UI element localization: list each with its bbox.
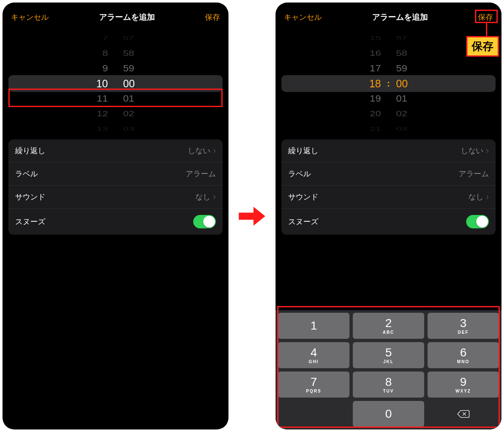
page-title: アラームを追加 bbox=[99, 12, 155, 23]
digit: 7 bbox=[310, 376, 317, 388]
row-sound[interactable]: サウンド なし › bbox=[8, 186, 223, 209]
label: 繰り返し bbox=[15, 146, 45, 156]
cancel-button[interactable]: キャンセル bbox=[284, 12, 322, 22]
settings-list: 繰り返し しない › ラベル アラーム サウンド なし › スヌーズ bbox=[281, 139, 496, 235]
label: サウンド bbox=[288, 192, 318, 202]
row-sound[interactable]: サウンド なし › bbox=[281, 186, 496, 209]
backspace-icon bbox=[457, 409, 470, 419]
value: なし bbox=[468, 192, 483, 202]
key-0[interactable]: 0 bbox=[353, 401, 424, 427]
transition-arrow bbox=[231, 0, 273, 432]
letters: JKL bbox=[383, 359, 394, 364]
key-5[interactable]: 5JKL bbox=[353, 342, 424, 368]
row-snooze: スヌーズ bbox=[8, 209, 223, 235]
label: ラベル bbox=[288, 169, 311, 179]
row-label[interactable]: ラベル アラーム bbox=[281, 162, 496, 186]
phone-panel-right: キャンセル アラームを追加 保存 : 15 16 17 18 19 20 21 … bbox=[276, 3, 501, 429]
arrow-right-icon bbox=[237, 202, 267, 231]
key-3[interactable]: 3DEF bbox=[428, 313, 499, 339]
digit: 0 bbox=[385, 408, 392, 420]
letters: GHI bbox=[309, 359, 319, 364]
digit: 9 bbox=[460, 376, 467, 388]
key-2[interactable]: 2ABC bbox=[353, 313, 424, 339]
page-title: アラームを追加 bbox=[372, 12, 428, 23]
label: スヌーズ bbox=[288, 217, 318, 227]
row-repeat[interactable]: 繰り返し しない › bbox=[8, 139, 223, 162]
letters: MNO bbox=[457, 359, 469, 364]
minute-wheel[interactable]: 57 58 59 00 01 02 03 bbox=[388, 34, 425, 134]
key-7[interactable]: 7PQRS bbox=[278, 372, 349, 398]
value: しない bbox=[461, 146, 483, 156]
annotation-connector bbox=[486, 23, 487, 37]
label: スヌーズ bbox=[15, 217, 45, 227]
minute-wheel[interactable]: 57 58 59 00 01 02 03 bbox=[116, 34, 152, 134]
value: なし bbox=[195, 192, 210, 202]
label: 繰り返し bbox=[288, 146, 318, 156]
label: ラベル bbox=[15, 169, 38, 179]
digit: 5 bbox=[385, 347, 392, 359]
letters: TUV bbox=[383, 389, 394, 393]
key-4[interactable]: 4GHI bbox=[278, 342, 349, 368]
key-1[interactable]: 1 bbox=[278, 313, 349, 339]
value: アラーム bbox=[459, 169, 489, 179]
key-blank bbox=[278, 401, 349, 427]
chevron-right-icon: › bbox=[213, 146, 216, 155]
snooze-toggle[interactable] bbox=[193, 215, 216, 228]
letters: PQRS bbox=[306, 389, 321, 393]
settings-list: 繰り返し しない › ラベル アラーム サウンド なし › スヌーズ bbox=[8, 139, 223, 235]
letters: DEF bbox=[458, 330, 469, 335]
digit: 3 bbox=[460, 317, 467, 329]
digit: 4 bbox=[310, 347, 317, 359]
digit: 8 bbox=[385, 376, 392, 388]
backspace-key[interactable] bbox=[428, 401, 499, 427]
annotation-callout-save: 保存 bbox=[466, 36, 499, 57]
hour-wheel[interactable]: 15 16 17 18 19 20 21 bbox=[352, 34, 388, 134]
save-button[interactable]: 保存 bbox=[478, 12, 493, 22]
digit: 1 bbox=[310, 320, 317, 332]
value: しない bbox=[188, 146, 210, 156]
row-snooze: スヌーズ bbox=[281, 209, 496, 235]
letters: ABC bbox=[383, 330, 394, 335]
numeric-keypad: 12ABC3DEF4GHI5JKL6MNO7PQRS8TUV9WXYZ0 bbox=[276, 310, 501, 429]
phone-panel-left: キャンセル アラームを追加 保存 7 8 9 10 11 12 13 57 58… bbox=[3, 3, 228, 429]
value: アラーム bbox=[186, 169, 216, 179]
snooze-toggle[interactable] bbox=[466, 215, 489, 228]
digit: 6 bbox=[460, 347, 467, 359]
chevron-right-icon: › bbox=[486, 192, 489, 202]
digit: 2 bbox=[385, 317, 392, 329]
nav-bar: キャンセル アラームを追加 保存 bbox=[276, 3, 501, 30]
row-repeat[interactable]: 繰り返し しない › bbox=[281, 139, 496, 162]
cancel-button[interactable]: キャンセル bbox=[11, 12, 49, 22]
letters: WXYZ bbox=[456, 389, 471, 393]
key-9[interactable]: 9WXYZ bbox=[428, 372, 499, 398]
row-label[interactable]: ラベル アラーム bbox=[8, 162, 223, 186]
label: サウンド bbox=[15, 192, 45, 202]
key-8[interactable]: 8TUV bbox=[353, 372, 424, 398]
chevron-right-icon: › bbox=[213, 192, 216, 202]
key-6[interactable]: 6MNO bbox=[428, 342, 499, 368]
time-colon: : bbox=[384, 76, 393, 91]
chevron-right-icon: › bbox=[486, 146, 489, 155]
time-picker[interactable]: 7 8 9 10 11 12 13 57 58 59 00 01 02 03 bbox=[3, 34, 228, 134]
nav-bar: キャンセル アラームを追加 保存 bbox=[3, 3, 228, 30]
hour-wheel[interactable]: 7 8 9 10 11 12 13 bbox=[79, 34, 116, 134]
save-button[interactable]: 保存 bbox=[205, 12, 220, 22]
